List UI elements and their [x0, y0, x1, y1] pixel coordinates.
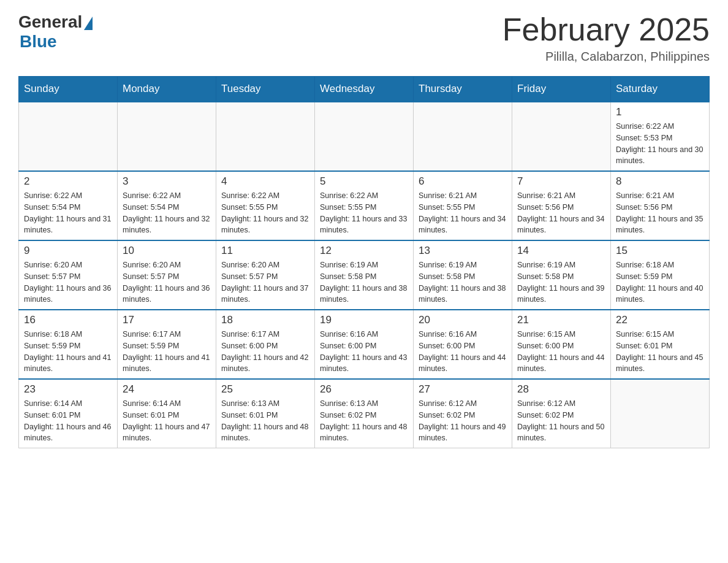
day-info: Sunrise: 6:15 AM Sunset: 6:00 PM Dayligh… — [517, 329, 605, 375]
day-number: 13 — [419, 245, 507, 257]
day-info: Sunrise: 6:12 AM Sunset: 6:02 PM Dayligh… — [517, 398, 605, 444]
day-number: 19 — [320, 314, 408, 326]
calendar-cell: 24Sunrise: 6:14 AM Sunset: 6:01 PM Dayli… — [118, 379, 216, 448]
day-info: Sunrise: 6:13 AM Sunset: 6:02 PM Dayligh… — [320, 398, 408, 444]
logo-blue-text: Blue — [20, 32, 57, 52]
day-info: Sunrise: 6:14 AM Sunset: 6:01 PM Dayligh… — [123, 398, 211, 444]
day-number: 1 — [616, 106, 704, 118]
calendar-cell: 14Sunrise: 6:19 AM Sunset: 5:58 PM Dayli… — [512, 240, 611, 310]
calendar-cell — [118, 102, 216, 171]
week-row-1: 1Sunrise: 6:22 AM Sunset: 5:53 PM Daylig… — [19, 102, 710, 171]
calendar-cell: 19Sunrise: 6:16 AM Sunset: 6:00 PM Dayli… — [315, 310, 414, 379]
day-number: 27 — [419, 383, 507, 396]
calendar-cell: 27Sunrise: 6:12 AM Sunset: 6:02 PM Dayli… — [414, 379, 512, 448]
calendar-table: SundayMondayTuesdayWednesdayThursdayFrid… — [18, 76, 710, 448]
weekday-header-thursday: Thursday — [414, 77, 512, 102]
day-number: 8 — [616, 175, 704, 188]
day-info: Sunrise: 6:16 AM Sunset: 6:00 PM Dayligh… — [320, 329, 408, 375]
day-number: 15 — [616, 245, 704, 257]
day-info: Sunrise: 6:19 AM Sunset: 5:58 PM Dayligh… — [517, 259, 605, 305]
month-title: February 2025 — [502, 12, 710, 47]
day-number: 3 — [123, 175, 211, 188]
day-number: 20 — [419, 314, 507, 326]
calendar-cell: 21Sunrise: 6:15 AM Sunset: 6:00 PM Dayli… — [512, 310, 611, 379]
day-info: Sunrise: 6:18 AM Sunset: 5:59 PM Dayligh… — [616, 259, 704, 305]
calendar-cell — [315, 102, 414, 171]
day-info: Sunrise: 6:21 AM Sunset: 5:56 PM Dayligh… — [616, 190, 704, 236]
day-info: Sunrise: 6:22 AM Sunset: 5:55 PM Dayligh… — [320, 190, 408, 236]
day-number: 2 — [24, 175, 112, 188]
calendar-cell: 1Sunrise: 6:22 AM Sunset: 5:53 PM Daylig… — [611, 102, 710, 171]
day-number: 21 — [517, 314, 605, 326]
calendar-cell: 15Sunrise: 6:18 AM Sunset: 5:59 PM Dayli… — [611, 240, 710, 310]
day-info: Sunrise: 6:20 AM Sunset: 5:57 PM Dayligh… — [123, 259, 211, 305]
calendar-cell: 8Sunrise: 6:21 AM Sunset: 5:56 PM Daylig… — [611, 171, 710, 240]
day-number: 25 — [221, 383, 309, 396]
week-row-2: 2Sunrise: 6:22 AM Sunset: 5:54 PM Daylig… — [19, 171, 710, 240]
calendar-header-row: SundayMondayTuesdayWednesdayThursdayFrid… — [19, 77, 710, 102]
weekday-header-wednesday: Wednesday — [315, 77, 414, 102]
day-number: 9 — [24, 245, 112, 257]
day-number: 14 — [517, 245, 605, 257]
calendar-cell: 17Sunrise: 6:17 AM Sunset: 5:59 PM Dayli… — [118, 310, 216, 379]
logo-general-text: General — [18, 12, 82, 32]
day-info: Sunrise: 6:22 AM Sunset: 5:55 PM Dayligh… — [221, 190, 309, 236]
calendar-cell: 22Sunrise: 6:15 AM Sunset: 6:01 PM Dayli… — [611, 310, 710, 379]
weekday-header-monday: Monday — [118, 77, 216, 102]
day-number: 7 — [517, 175, 605, 188]
weekday-header-sunday: Sunday — [19, 77, 118, 102]
day-number: 22 — [616, 314, 704, 326]
day-number: 4 — [221, 175, 309, 188]
calendar-cell — [611, 379, 710, 448]
location-text: Pililla, Calabarzon, Philippines — [502, 50, 710, 64]
day-number: 18 — [221, 314, 309, 326]
day-number: 24 — [123, 383, 211, 396]
logo: General Blue — [18, 12, 93, 52]
calendar-cell: 25Sunrise: 6:13 AM Sunset: 6:01 PM Dayli… — [216, 379, 315, 448]
day-info: Sunrise: 6:22 AM Sunset: 5:54 PM Dayligh… — [123, 190, 211, 236]
day-number: 17 — [123, 314, 211, 326]
weekday-header-saturday: Saturday — [611, 77, 710, 102]
day-number: 6 — [419, 175, 507, 188]
calendar-cell: 13Sunrise: 6:19 AM Sunset: 5:58 PM Dayli… — [414, 240, 512, 310]
day-info: Sunrise: 6:19 AM Sunset: 5:58 PM Dayligh… — [419, 259, 507, 305]
calendar-cell: 16Sunrise: 6:18 AM Sunset: 5:59 PM Dayli… — [19, 310, 118, 379]
day-info: Sunrise: 6:21 AM Sunset: 5:56 PM Dayligh… — [517, 190, 605, 236]
calendar-cell — [512, 102, 611, 171]
calendar-cell: 23Sunrise: 6:14 AM Sunset: 6:01 PM Dayli… — [19, 379, 118, 448]
calendar-cell: 10Sunrise: 6:20 AM Sunset: 5:57 PM Dayli… — [118, 240, 216, 310]
title-section: February 2025 Pililla, Calabarzon, Phili… — [502, 12, 710, 64]
day-info: Sunrise: 6:14 AM Sunset: 6:01 PM Dayligh… — [24, 398, 112, 444]
calendar-cell — [414, 102, 512, 171]
day-info: Sunrise: 6:15 AM Sunset: 6:01 PM Dayligh… — [616, 329, 704, 375]
calendar-cell: 9Sunrise: 6:20 AM Sunset: 5:57 PM Daylig… — [19, 240, 118, 310]
day-number: 26 — [320, 383, 408, 396]
day-number: 28 — [517, 383, 605, 396]
day-info: Sunrise: 6:22 AM Sunset: 5:54 PM Dayligh… — [24, 190, 112, 236]
week-row-3: 9Sunrise: 6:20 AM Sunset: 5:57 PM Daylig… — [19, 240, 710, 310]
calendar-cell: 12Sunrise: 6:19 AM Sunset: 5:58 PM Dayli… — [315, 240, 414, 310]
page-header: General Blue February 2025 Pililla, Cala… — [18, 12, 710, 64]
day-info: Sunrise: 6:19 AM Sunset: 5:58 PM Dayligh… — [320, 259, 408, 305]
day-info: Sunrise: 6:17 AM Sunset: 5:59 PM Dayligh… — [123, 329, 211, 375]
day-info: Sunrise: 6:17 AM Sunset: 6:00 PM Dayligh… — [221, 329, 309, 375]
day-info: Sunrise: 6:20 AM Sunset: 5:57 PM Dayligh… — [24, 259, 112, 305]
day-number: 11 — [221, 245, 309, 257]
day-info: Sunrise: 6:13 AM Sunset: 6:01 PM Dayligh… — [221, 398, 309, 444]
calendar-cell: 5Sunrise: 6:22 AM Sunset: 5:55 PM Daylig… — [315, 171, 414, 240]
day-info: Sunrise: 6:18 AM Sunset: 5:59 PM Dayligh… — [24, 329, 112, 375]
calendar-cell — [19, 102, 118, 171]
day-info: Sunrise: 6:16 AM Sunset: 6:00 PM Dayligh… — [419, 329, 507, 375]
calendar-cell: 6Sunrise: 6:21 AM Sunset: 5:55 PM Daylig… — [414, 171, 512, 240]
calendar-cell: 20Sunrise: 6:16 AM Sunset: 6:00 PM Dayli… — [414, 310, 512, 379]
day-number: 10 — [123, 245, 211, 257]
day-info: Sunrise: 6:12 AM Sunset: 6:02 PM Dayligh… — [419, 398, 507, 444]
day-number: 23 — [24, 383, 112, 396]
calendar-cell — [216, 102, 315, 171]
day-number: 16 — [24, 314, 112, 326]
logo-triangle-icon — [84, 17, 93, 30]
calendar-cell: 2Sunrise: 6:22 AM Sunset: 5:54 PM Daylig… — [19, 171, 118, 240]
day-number: 12 — [320, 245, 408, 257]
weekday-header-friday: Friday — [512, 77, 611, 102]
calendar-cell: 26Sunrise: 6:13 AM Sunset: 6:02 PM Dayli… — [315, 379, 414, 448]
